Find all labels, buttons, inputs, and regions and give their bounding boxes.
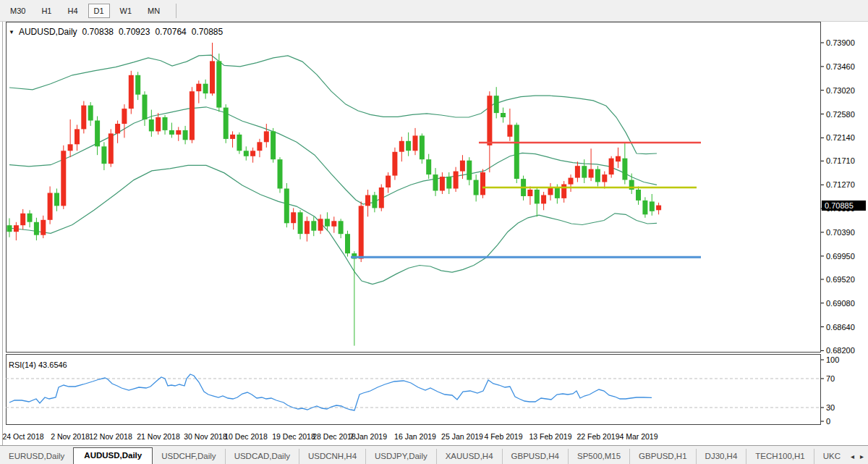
symbol-dropdown-icon[interactable]: ▼ [9,29,14,35]
candle-body [494,96,499,113]
candle-body [163,117,168,130]
candle-body [569,178,574,185]
timeframe-button-h1[interactable]: H1 [35,4,57,18]
symbol-tab-dj30[interactable]: DJ30,H4 [696,449,746,464]
price-axis-label: 0.69080 [826,299,855,308]
rsi-value: 43.6546 [38,360,67,369]
symbol-tab-gbpusd[interactable]: GBPUSD,H4 [502,449,568,464]
candle-body [561,185,566,198]
date-axis-label: 7 Jan 2019 [349,432,387,441]
candle-body [216,61,221,107]
date-axis-label: 4 Feb 2019 [484,432,522,441]
candle-body [589,169,594,178]
candle-body [196,84,201,91]
candle-body [487,96,492,145]
candle-body [203,84,208,93]
candle-body [474,180,479,195]
candle-body [115,124,120,133]
timeframe-button-m30[interactable]: M30 [4,4,31,18]
candle-body [642,201,647,214]
candle-body [379,187,384,208]
candle-body [68,144,73,151]
date-axis-label: 10 Dec 2018 [224,432,268,441]
chart-canvas[interactable]: 0.739000.734600.730200.725800.721400.717… [0,22,868,445]
rsi-line [9,374,652,410]
candle-body [454,172,459,189]
main-pane [7,43,702,346]
symbol-tab-sp500[interactable]: SP500,M15 [568,449,629,464]
tab-scroll-left-icon[interactable]: ◂ [849,450,859,464]
timeframe-button-mn[interactable]: MN [142,4,166,18]
ohlc-high: 0.70923 [119,27,150,37]
chart-area: 0.739000.734600.730200.725800.721400.717… [0,22,868,445]
symbol-tabbar: EURUSD,DailyAUDUSD,DailyUSDCHF,DailyUSDC… [0,445,868,464]
timeframe-button-h4[interactable]: H4 [61,4,83,18]
date-axis-label: 16 Jan 2019 [394,432,436,441]
symbol-tab-gbpusd[interactable]: GBPUSD,H1 [629,449,695,464]
price-axis-label: 0.69950 [826,252,855,261]
candle-body [41,220,46,235]
candle-body [339,221,344,234]
bollinger-upper-band [9,55,657,154]
rsi-axis-label: 30 [826,403,835,412]
symbol-tab-usdcnh[interactable]: USDCNH,H4 [299,449,365,464]
candles-group [7,43,662,346]
ohlc-open: 0.70838 [82,27,114,37]
candle-body [527,190,532,196]
candle-body [426,159,431,174]
chart-symbol-label: AUDUSD,Daily [19,27,77,37]
timeframe-toolbar: M30H1H4D1W1MN [0,0,868,22]
candle-body [122,109,127,124]
rsi-axis-label: 70 [826,374,835,383]
candle-body [298,212,303,234]
candle-body [480,172,485,195]
price-axis-label: 0.72580 [826,110,855,119]
rsi-indicator-label: RSI(14) 43.6546 [9,360,67,369]
candle-body [278,159,283,188]
symbol-tab-audusd[interactable]: AUDUSD,Daily [73,447,153,464]
candle-body [109,133,114,164]
symbol-tab-tech100[interactable]: TECH100,H1 [746,449,813,464]
candle-body [399,141,404,152]
chart-title: ▼AUDUSD,Daily0.708380.709230.707640.7088… [9,27,223,37]
candle-body [88,106,93,121]
timeframe-button-d1[interactable]: D1 [88,4,110,18]
symbol-tab-usdchf[interactable]: USDCHF,Daily [153,449,224,464]
candle-body [230,135,235,139]
candle-body [345,234,350,253]
symbol-tab-xauusd[interactable]: XAUUSD,H4 [436,449,502,464]
candle-body [169,130,174,135]
tab-scroll-right-icon[interactable]: ▸ [859,450,868,464]
candle-body [392,152,397,176]
price-axis-label: 0.68200 [826,346,855,355]
candle-body [34,222,39,235]
candle-body [622,159,627,180]
candle-body [305,221,310,234]
candle-body [264,131,269,142]
candle-body [616,156,621,162]
price-axis-label: 0.69520 [826,275,855,284]
candle-body [433,174,438,190]
candle-body [14,225,19,232]
price-axis-label: 0.73900 [826,38,855,47]
symbol-tab-eurusd[interactable]: EURUSD,Daily [0,449,73,464]
symbol-tab-usdcad[interactable]: USDCAD,Daily [225,449,299,464]
candle-body [318,219,323,230]
candle-body [331,221,336,227]
candle-body [190,91,195,140]
current-price-badge-text: 0.70885 [825,201,854,210]
symbol-tab-usdjpy[interactable]: USDJPY,Daily [365,449,436,464]
candle-body [257,142,262,151]
timeframe-button-w1[interactable]: W1 [114,4,138,18]
candle-body [75,129,80,144]
rsi-pane-border [7,355,821,425]
candle-body [129,75,134,109]
symbol-tab-ukc[interactable]: UKC [814,449,849,464]
price-axis-label: 0.73460 [826,62,855,71]
date-axis-label: 25 Jan 2019 [441,432,483,441]
candle-body [244,151,249,156]
candle-body [602,174,607,182]
candle-body [446,177,451,188]
candle-body [20,214,25,225]
candle-body [636,190,641,201]
